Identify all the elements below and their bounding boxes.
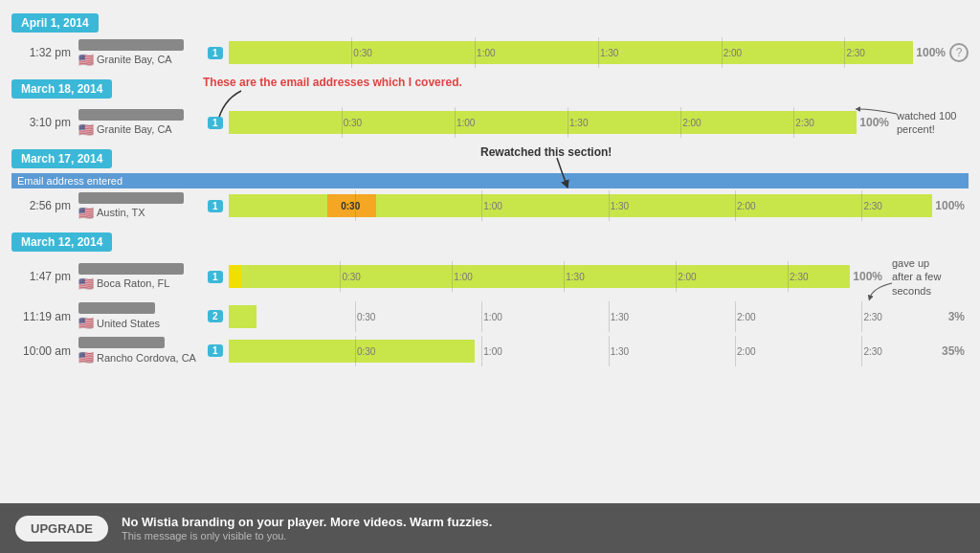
date-header-march12: March 12, 2014 (11, 232, 112, 252)
upgrade-sub-text: This message is only visible to you. (122, 530, 492, 542)
viewer-badge: 1 (208, 344, 223, 357)
pct-label: 100% (913, 46, 949, 59)
pct-label: 35% (932, 344, 969, 358)
time-label: 3:10 pm (11, 116, 78, 129)
watched-arrow (854, 104, 902, 123)
rewatched-annotation: Rewatched this section! (480, 145, 612, 159)
upgrade-button[interactable]: UPGRADE (15, 516, 108, 542)
us-flag-icon: 🇺🇸 (78, 316, 94, 330)
pct-label: 100% (850, 270, 886, 283)
us-flag-icon: 🇺🇸 (78, 122, 94, 137)
location-text: Granite Bay, CA (97, 123, 172, 135)
date-section-march17: March 17, 2014 Rewatched this section! E… (11, 144, 969, 221)
timeline: 0:30 1:00 1:30 2:00 2:30 (229, 336, 932, 366)
viewer-location: 🇺🇸 Austin, TX (78, 206, 203, 220)
viewer-info: 🇺🇸 United States (78, 302, 203, 330)
viewer-info: 🇺🇸 Rancho Cordova, CA (78, 337, 203, 365)
rewatched-arrow (547, 158, 586, 191)
location-text: Austin, TX (97, 207, 145, 218)
upgrade-main-text: No Wistia branding on your player. More … (122, 515, 492, 529)
us-flag-icon: 🇺🇸 (78, 276, 94, 291)
viewer-badge: 1 (208, 200, 223, 212)
viewer-location: 🇺🇸 Granite Bay, CA (78, 122, 203, 137)
timeline-bar-green (241, 265, 850, 288)
viewer-location: 🇺🇸 Granite Bay, CA (78, 53, 203, 67)
time-label: 1:47 pm (11, 270, 78, 283)
timeline-bar (229, 340, 475, 363)
date-header-march17: March 17, 2014 (11, 149, 112, 168)
timeline-bar (229, 305, 256, 328)
viewer-name-bar (78, 302, 155, 314)
viewer-info: 🇺🇸 Austin, TX (78, 192, 203, 220)
location-text: Rancho Cordova, CA (97, 352, 196, 364)
tick-0-30-label: 0:30 (341, 201, 360, 211)
viewer-name-bar (78, 337, 165, 348)
viewer-badge: 2 (208, 310, 223, 322)
date-header-april1: April 1, 2014 (11, 13, 99, 33)
upgrade-bar: UPGRADE No Wistia branding on your playe… (0, 503, 980, 553)
watched-annotation: watched 100percent! (897, 109, 969, 137)
email-annotation: These are the email addresses which I co… (203, 76, 462, 89)
timeline: 0:30 1:00 1:30 2:00 2:30 (229, 190, 932, 221)
viewer-badge: 1 (208, 47, 223, 59)
viewer-badge: 1 (208, 117, 223, 129)
viewer-badge: 1 (208, 271, 223, 283)
timeline: 0:30 1:00 1:30 2:00 2:30 (229, 261, 850, 292)
timeline-bar (229, 41, 913, 64)
timeline: 0:30 1:00 1:30 2:00 2:30 (229, 37, 913, 68)
us-flag-icon: 🇺🇸 (78, 53, 94, 67)
time-label: 2:56 pm (11, 199, 78, 212)
timeline: 0:30 1:00 1:30 2:00 2:30 (229, 301, 932, 332)
date-section-march12: March 12, 2014 1:47 pm 🇺🇸 Boca Raton, FL… (11, 227, 969, 366)
timeline-bar (229, 111, 857, 134)
time-label: 10:00 am (11, 344, 78, 358)
viewer-name-bar (78, 192, 184, 204)
time-label: 1:32 pm (11, 46, 78, 59)
viewer-info: 🇺🇸 Granite Bay, CA (78, 109, 203, 137)
viewer-name-bar (78, 109, 184, 121)
viewer-info: 🇺🇸 Granite Bay, CA (78, 39, 203, 67)
help-icon[interactable]: ? (949, 43, 969, 62)
us-flag-icon: 🇺🇸 (78, 350, 94, 365)
viewer-location: 🇺🇸 United States (78, 316, 203, 330)
email-address-highlight: Email address entered (11, 173, 969, 188)
viewer-location: 🇺🇸 Boca Raton, FL (78, 276, 203, 291)
gaveup-arrow (868, 283, 897, 302)
pct-label: 3% (932, 310, 969, 323)
date-section-april1: April 1, 2014 1:32 pm 🇺🇸 Granite Bay, CA… (11, 8, 969, 68)
viewer-name-bar (78, 39, 184, 51)
time-label: 11:19 am (11, 310, 78, 323)
viewer-name-bar (78, 263, 184, 275)
us-flag-icon: 🇺🇸 (78, 206, 94, 220)
timeline: 0:30 1:00 1:30 2:00 2:30 (229, 107, 857, 138)
pct-label: 100% (932, 199, 969, 212)
location-text: Granite Bay, CA (97, 54, 172, 65)
viewer-location: 🇺🇸 Rancho Cordova, CA (78, 350, 203, 365)
date-header-march18: March 18, 2014 (11, 79, 112, 99)
location-text: Boca Raton, FL (97, 277, 169, 289)
timeline-bar-yellow (229, 265, 241, 288)
viewer-info: 🇺🇸 Boca Raton, FL (78, 263, 203, 291)
gaveup-annotation: gave upafter a fewseconds (892, 256, 969, 298)
date-section-march18: March 18, 2014 These are the email addre… (11, 74, 969, 138)
upgrade-text: No Wistia branding on your player. More … (122, 515, 492, 542)
location-text: United States (97, 318, 160, 329)
